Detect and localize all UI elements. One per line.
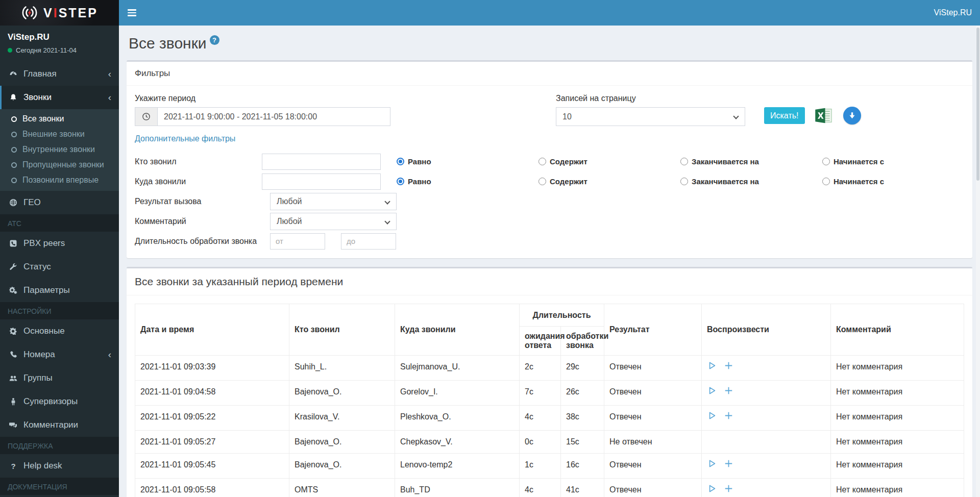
- period-input[interactable]: [157, 107, 390, 126]
- download-button[interactable]: [843, 107, 861, 125]
- sidebar-item-home[interactable]: Главная‹: [0, 62, 119, 86]
- add-comment-button[interactable]: [724, 459, 733, 470]
- sidebar-item-missed-calls[interactable]: Пропущенные звонки: [0, 157, 119, 172]
- call-row: 2021-11-01 09:05:22Krasilova_V.Pleshkova…: [135, 406, 964, 431]
- sidebar-item-numbers[interactable]: Номера‹: [0, 343, 119, 366]
- help-button[interactable]: ?: [210, 35, 219, 45]
- sidebar-item-wiki[interactable]: Wiki: [0, 495, 119, 497]
- sidebar-item-calls[interactable]: Звонки‹: [0, 86, 119, 109]
- play-call-button[interactable]: [707, 484, 717, 495]
- question-circle-icon: ?: [212, 36, 216, 44]
- chevron-left-icon: ‹: [108, 352, 111, 357]
- match-option-1[interactable]: Равно: [397, 157, 538, 166]
- sidebar-item-pbx-peers[interactable]: PBX peers: [0, 232, 119, 255]
- play-call-button[interactable]: [707, 459, 717, 470]
- play-icon: [707, 361, 717, 372]
- comment-cell: Нет комментария: [831, 454, 964, 479]
- result-cell: Не отвечен: [604, 431, 702, 454]
- radio-unchecked-icon: [538, 178, 546, 185]
- sidebar-item-geo[interactable]: ГЕО: [0, 191, 119, 214]
- play-icon: [707, 411, 717, 423]
- call-result-select[interactable]: Любой: [271, 193, 396, 210]
- export-excel-button[interactable]: [815, 108, 833, 123]
- main-content: Все звонки? Фильтры Укажите период Запис…: [119, 26, 980, 497]
- sidebar-item-supervisors[interactable]: Супервизоры: [0, 390, 119, 413]
- sidebar-toggle-button[interactable]: [119, 0, 144, 26]
- sidebar-item-general[interactable]: Основные: [0, 319, 119, 343]
- match-option-1[interactable]: Равно: [397, 177, 538, 186]
- sidebar-item-parameters[interactable]: Параметры: [0, 279, 119, 302]
- additional-filters-link[interactable]: Дополнительные фильтры: [135, 134, 235, 143]
- search-button[interactable]: Искать!: [764, 107, 805, 124]
- col-wait: ожидания ответа: [520, 327, 561, 356]
- add-comment-button[interactable]: [724, 411, 733, 423]
- dashboard-icon: [8, 70, 19, 78]
- wait-cell: 4с: [520, 479, 561, 497]
- user-panel: ViStep.RU Сегодня 2021-11-04: [0, 26, 119, 59]
- comment-filter-select[interactable]: Любой: [271, 213, 396, 230]
- datetime-cell: 2021-11-01 09:05:22: [135, 406, 289, 431]
- wait-cell: 4с: [520, 406, 561, 431]
- match-option-4[interactable]: Начинается с: [822, 177, 964, 186]
- comment-filter-label: Комментарий: [135, 217, 270, 226]
- match-option-2[interactable]: Содержит: [538, 157, 680, 166]
- vistep-logo-icon: [21, 5, 38, 20]
- comment-cell: Нет комментария: [831, 356, 964, 381]
- plus-icon: [724, 361, 733, 372]
- play-icon: [707, 459, 717, 470]
- caller-filter-input[interactable]: [262, 154, 381, 170]
- scrollbar-thumb[interactable]: [976, 28, 979, 181]
- match-option-3[interactable]: Заканчивается на: [680, 157, 822, 166]
- play-cell: [702, 381, 831, 406]
- call-row: 2021-11-01 09:04:58Bajenova_O.Gorelov_I.…: [135, 381, 964, 406]
- phone-icon: [8, 351, 19, 359]
- add-comment-button[interactable]: [724, 484, 733, 495]
- duration-to-input[interactable]: [341, 233, 396, 250]
- current-date: Сегодня 2021-11-04: [8, 46, 111, 54]
- handle-cell: 15с: [561, 431, 604, 454]
- play-call-button[interactable]: [707, 411, 717, 423]
- sidebar-item-help-desk[interactable]: ?Help desk: [0, 454, 119, 478]
- duration-from-input[interactable]: [270, 233, 325, 250]
- sidebar-item-groups[interactable]: Группы: [0, 366, 119, 390]
- page-scrollbar[interactable]: [976, 26, 980, 497]
- add-comment-button[interactable]: [724, 361, 733, 372]
- datetime-cell: 2021-11-01 09:05:45: [135, 454, 289, 479]
- radio-checked-icon: [397, 158, 404, 165]
- sidebar-section-settings: НАСТРОЙКИ: [0, 302, 119, 319]
- play-call-button[interactable]: [707, 361, 717, 372]
- sidebar-item-external-calls[interactable]: Внешние звонки: [0, 127, 119, 142]
- col-caller: Кто звонил: [289, 304, 395, 356]
- play-call-button[interactable]: [707, 386, 717, 397]
- logo[interactable]: VISTEP: [0, 0, 119, 26]
- cog-icon: [8, 327, 19, 335]
- sidebar-item-first-time-calls[interactable]: Позвонили впервые: [0, 172, 119, 188]
- clock-icon: [135, 107, 157, 126]
- match-option-4[interactable]: Начинается с: [822, 157, 964, 166]
- per-page-select[interactable]: 10: [556, 108, 745, 126]
- phone-square-icon: [8, 239, 19, 247]
- callee-filter-input[interactable]: [262, 173, 381, 190]
- topbar: ViStep.RU: [119, 0, 980, 26]
- match-option-2[interactable]: Содержит: [538, 177, 680, 186]
- radio-checked-icon: [397, 178, 404, 185]
- callee-cell: Buh_TD: [395, 479, 520, 497]
- caller-cell: Bajenova_O.: [289, 454, 395, 479]
- add-comment-button[interactable]: [724, 386, 733, 397]
- handle-cell: 16с: [561, 454, 604, 479]
- comments-icon: [8, 421, 19, 429]
- sidebar-item-status[interactable]: Статус: [0, 255, 119, 279]
- radio-unchecked-icon: [680, 158, 688, 165]
- period-label: Укажите период: [135, 94, 390, 103]
- result-cell: Отвечен: [604, 454, 702, 479]
- sidebar-item-comments[interactable]: Комментарии: [0, 413, 119, 437]
- handle-cell: 26с: [561, 381, 604, 406]
- match-option-3[interactable]: Заканчивается на: [680, 177, 822, 186]
- play-icon: [707, 484, 717, 495]
- col-handle: обработки звонка: [561, 327, 604, 356]
- call-row: 2021-11-01 09:05:45Bajenova_O.Lenovo-tem…: [135, 454, 964, 479]
- sidebar-item-internal-calls[interactable]: Внутренние звонки: [0, 142, 119, 157]
- callee-match-options: РавноСодержитЗаканчивается наНачинается …: [397, 177, 964, 186]
- sidebar-item-all-calls[interactable]: Все звонки: [0, 111, 119, 127]
- plus-icon: [724, 484, 733, 495]
